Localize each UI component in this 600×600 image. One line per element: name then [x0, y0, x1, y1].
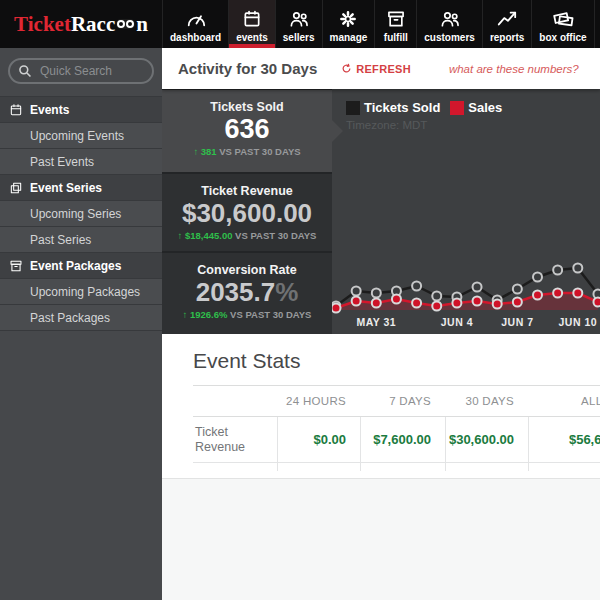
- nav-tab-label: fulfill: [384, 32, 408, 43]
- up-arrow-icon: ↑: [183, 309, 188, 320]
- row-label: Ticket Revenue: [193, 417, 277, 463]
- sidebar-item-upcoming-packages[interactable]: Upcoming Packages: [0, 279, 162, 305]
- nav-tab-dashboard[interactable]: dashboard: [162, 0, 228, 48]
- stat-title: Conversion Rate: [162, 253, 332, 277]
- top-nav: TicketRaccn dashboard events sellers: [0, 0, 600, 48]
- nav-tab-label: manage: [330, 32, 368, 43]
- stat-value: 636: [162, 114, 332, 144]
- activity-panel: Tickets Sold 636 ↑ 381 VS PAST 30 DAYS T…: [162, 89, 600, 334]
- table-row-partial: [193, 463, 600, 471]
- sidebar-item-past-events[interactable]: Past Events: [0, 149, 162, 175]
- sidebar-item-label: Upcoming Series: [30, 207, 121, 221]
- stat-title: Ticket Revenue: [162, 174, 332, 198]
- stat-delta: ↑ $18,445.00 VS PAST 30 DAYS: [162, 230, 332, 241]
- gauge-icon: [185, 8, 207, 30]
- cell-all-time: $56,615.00: [528, 417, 600, 463]
- nav-tabs: dashboard events sellers manage: [162, 0, 595, 48]
- chart-area: Tickets Sold Sales Timezone: MDT MAY 31J…: [332, 89, 600, 334]
- tickets-icon: [551, 8, 575, 30]
- app-screen: TicketRaccn dashboard events sellers: [0, 0, 600, 600]
- nav-tab-label: customers: [424, 32, 475, 43]
- stat-delta: ↑ 381 VS PAST 30 DAYS: [162, 146, 332, 157]
- sidebar-item-past-series[interactable]: Past Series: [0, 227, 162, 253]
- up-arrow-icon: ↑: [193, 146, 198, 157]
- logo-ticket-text: Ticket: [14, 12, 71, 37]
- stats-column: Tickets Sold 636 ↑ 381 VS PAST 30 DAYS T…: [162, 89, 332, 334]
- table-header-7-days: 7 DAYS: [360, 386, 445, 416]
- sidebar: Events Upcoming Events Past Events Event…: [0, 48, 162, 600]
- sidebar-item-label: Upcoming Packages: [30, 285, 140, 299]
- app-logo[interactable]: TicketRaccn: [0, 0, 162, 48]
- event-stats-title: Event Stats: [193, 349, 600, 373]
- raccoon-eyes-icon: [116, 19, 135, 29]
- sidebar-item-past-packages[interactable]: Past Packages: [0, 305, 162, 331]
- sidebar-item-upcoming-events[interactable]: Upcoming Events: [0, 123, 162, 149]
- nav-tab-label: dashboard: [170, 32, 221, 43]
- box-icon: [386, 8, 406, 30]
- svg-text:JUN 4: JUN 4: [441, 316, 473, 328]
- table-header-30-days: 30 DAYS: [445, 386, 528, 416]
- stat-card-conversion-rate[interactable]: Conversion Rate 2035.7% ↑ 1926.6% VS PAS…: [162, 253, 332, 334]
- series-icon: [9, 181, 23, 198]
- calendar-icon: [9, 103, 23, 120]
- logo-raccoon-text-end: n: [136, 12, 148, 37]
- stat-card-tickets-sold[interactable]: Tickets Sold 636 ↑ 381 VS PAST 30 DAYS: [162, 90, 332, 172]
- activity-header: Activity for 30 Days REFRESH what are th…: [162, 48, 600, 89]
- stat-value: 2035.7%: [162, 277, 332, 307]
- table-row: Ticket Revenue $0.00 $7,600.00 $30,600.0…: [193, 417, 600, 463]
- refresh-label: REFRESH: [356, 63, 411, 75]
- table-header-24-hours: 24 HOURS: [277, 386, 360, 416]
- gear-icon: [338, 8, 358, 30]
- quick-search: [8, 58, 154, 84]
- svg-text:JUN 7: JUN 7: [501, 316, 533, 328]
- package-icon: [9, 259, 23, 276]
- event-stats-section: Event Stats 24 HOURS 7 DAYS 30 DAYS ALL …: [162, 334, 600, 478]
- nav-tab-box-office[interactable]: box office: [531, 0, 594, 48]
- nav-tab-reports[interactable]: reports: [482, 0, 531, 48]
- cell-7-days: $7,600.00: [360, 417, 445, 463]
- sidebar-item-label: Event Packages: [30, 259, 121, 273]
- nav-tab-sellers[interactable]: sellers: [275, 0, 322, 48]
- line-chart-icon: [496, 8, 518, 30]
- logo-raccoon-text: Racc: [71, 12, 115, 37]
- people-icon: [288, 8, 310, 30]
- nav-tab-label: box office: [539, 32, 586, 43]
- calendar-icon: [242, 8, 262, 30]
- sidebar-item-label: Past Packages: [30, 311, 110, 325]
- activity-title: Activity for 30 Days: [178, 60, 317, 77]
- table-header-all-time: ALL TIME: [528, 386, 600, 416]
- table-header-row: 24 HOURS 7 DAYS 30 DAYS ALL TIME: [193, 386, 600, 417]
- sidebar-item-upcoming-series[interactable]: Upcoming Series: [0, 201, 162, 227]
- cell-30-days: $30,600.00: [445, 417, 528, 463]
- refresh-button[interactable]: REFRESH: [341, 63, 411, 75]
- search-icon: [18, 64, 32, 78]
- activity-chart: MAY 31JUN 4JUN 7JUN 10: [332, 89, 600, 334]
- up-arrow-icon: ↑: [178, 230, 183, 241]
- people-icon: [439, 8, 461, 30]
- help-link[interactable]: what are these numbers?: [449, 63, 579, 75]
- event-stats-table: 24 HOURS 7 DAYS 30 DAYS ALL TIME Ticket …: [193, 385, 600, 471]
- sidebar-item-event-packages[interactable]: Event Packages: [0, 253, 162, 279]
- nav-tab-customers[interactable]: customers: [416, 0, 482, 48]
- sidebar-item-label: Event Series: [30, 181, 102, 195]
- sidebar-item-label: Upcoming Events: [30, 129, 124, 143]
- nav-tab-events[interactable]: events: [228, 0, 275, 48]
- sidebar-item-label: Past Events: [30, 155, 94, 169]
- svg-text:MAY 31: MAY 31: [356, 316, 396, 328]
- sidebar-item-events[interactable]: Events: [0, 97, 162, 123]
- cell-24-hours: $0.00: [277, 417, 360, 463]
- stat-delta: ↑ 1926.6% VS PAST 30 DAYS: [162, 309, 332, 320]
- nav-tab-fulfill[interactable]: fulfill: [374, 0, 416, 48]
- refresh-icon: [341, 63, 352, 74]
- svg-text:JUN 10: JUN 10: [558, 316, 597, 328]
- table-header-blank: [193, 386, 277, 416]
- sidebar-item-event-series[interactable]: Event Series: [0, 175, 162, 201]
- nav-tab-label: events: [236, 32, 268, 43]
- stat-card-ticket-revenue[interactable]: Ticket Revenue $30,600.00 ↑ $18,445.00 V…: [162, 174, 332, 251]
- sidebar-menu: Events Upcoming Events Past Events Event…: [0, 96, 162, 331]
- sidebar-item-label: Past Series: [30, 233, 91, 247]
- nav-tab-manage[interactable]: manage: [322, 0, 375, 48]
- stat-value: $30,600.00: [162, 198, 332, 228]
- sidebar-item-label: Events: [30, 103, 69, 117]
- nav-tab-label: reports: [490, 32, 524, 43]
